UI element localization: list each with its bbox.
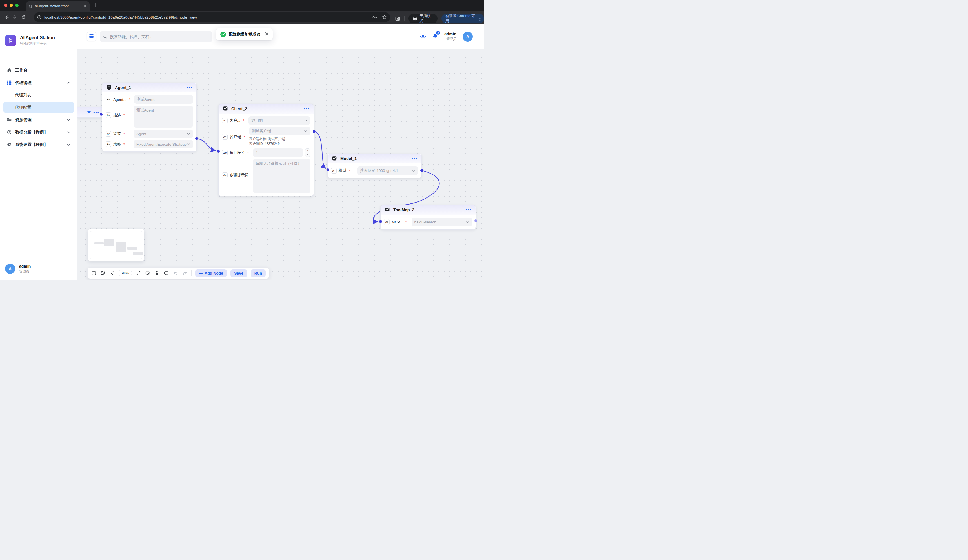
port-client-in[interactable] bbox=[217, 150, 220, 153]
zoom-level[interactable]: 94% bbox=[119, 270, 132, 276]
run-button[interactable]: Run bbox=[251, 269, 266, 277]
new-tab-button[interactable] bbox=[93, 3, 98, 8]
node-model-1[interactable]: Model_1 ••• A≡ 模型 * 搜索场景-1000-gpt-4.1 bbox=[327, 154, 422, 178]
sidebar-item-resource-management[interactable]: 资源管理 bbox=[3, 114, 74, 125]
agent-strategy-select[interactable]: Fixed Agent Execute Strategy bbox=[134, 140, 193, 149]
field-label: Agent... bbox=[113, 98, 126, 102]
url-bar[interactable]: localhost:3000/agent-config?configId=16a… bbox=[34, 12, 390, 22]
toolbar-divider bbox=[191, 270, 192, 276]
lock-icon[interactable] bbox=[154, 270, 160, 276]
sidebar-item-agent-list[interactable]: 代理列表 bbox=[3, 89, 74, 101]
user-role: 管理员 bbox=[19, 269, 31, 274]
global-search[interactable] bbox=[100, 31, 212, 42]
port-model-out[interactable] bbox=[420, 169, 423, 172]
node-menu-icon[interactable]: ••• bbox=[466, 209, 472, 211]
password-key-icon[interactable] bbox=[372, 15, 377, 20]
stepper-up-icon[interactable]: ▲ bbox=[305, 149, 310, 153]
minimap-node bbox=[116, 242, 126, 252]
sidebar-item-workbench[interactable]: 工作台 bbox=[3, 65, 74, 76]
client-order-input[interactable]: 1 bbox=[253, 149, 303, 157]
browser-tabstrip: ai-agent-station-front bbox=[0, 0, 484, 11]
node-menu-icon[interactable]: ••• bbox=[412, 157, 418, 160]
tab-search-icon[interactable] bbox=[395, 16, 400, 22]
url-text[interactable]: localhost:3000/agent-config?configId=16a… bbox=[44, 15, 369, 20]
node-client-2[interactable]: Client_2 ••• A≡ 客户... * 通用的 bbox=[218, 104, 314, 196]
client-select[interactable]: 测试客户端 bbox=[249, 127, 310, 135]
user-role: 管理员 bbox=[444, 36, 456, 41]
node-menu-icon[interactable]: ••• bbox=[304, 107, 310, 110]
user-name: admin bbox=[444, 31, 456, 36]
annotation-icon[interactable] bbox=[145, 270, 151, 276]
theme-sun-icon[interactable] bbox=[420, 33, 426, 40]
save-button[interactable]: Save bbox=[230, 269, 247, 277]
agent-description-textarea[interactable]: 测试Agent bbox=[134, 106, 193, 128]
expand-triangle-icon[interactable] bbox=[87, 111, 91, 114]
edge-agent-to-client bbox=[197, 139, 215, 151]
client-monitor-icon bbox=[222, 106, 229, 112]
chevron-down-icon bbox=[187, 132, 190, 136]
sidebar-toggle-button[interactable] bbox=[87, 31, 96, 41]
maximize-window-button[interactable] bbox=[15, 4, 18, 7]
node-title: Model_1 bbox=[340, 156, 409, 161]
number-stepper[interactable]: ▲ ▼ bbox=[305, 149, 310, 157]
port-model-in[interactable] bbox=[327, 169, 329, 171]
collapsed-node-partial[interactable]: ••• bbox=[78, 107, 104, 118]
toast-close-icon[interactable] bbox=[265, 32, 269, 36]
sidebar-item-agent-config[interactable]: 代理配置 bbox=[3, 102, 74, 113]
comment-icon[interactable] bbox=[163, 270, 169, 276]
browser-tab[interactable]: ai-agent-station-front bbox=[26, 2, 90, 11]
client-type-select[interactable]: 通用的 bbox=[249, 116, 310, 125]
app-subtitle: 智能代理管理平台 bbox=[20, 41, 55, 46]
chevron-down-icon bbox=[304, 119, 307, 122]
minimize-window-button[interactable] bbox=[10, 4, 13, 7]
close-window-button[interactable] bbox=[4, 4, 7, 7]
window-controls[interactable] bbox=[4, 4, 18, 7]
field-label: 渠道 bbox=[113, 131, 121, 136]
model-monitor-icon bbox=[331, 156, 338, 162]
port-toolmcp-in[interactable] bbox=[379, 220, 382, 223]
mcp-select[interactable]: baidu-search bbox=[412, 218, 472, 226]
fullscreen-icon[interactable] bbox=[136, 270, 141, 276]
sidebar-user[interactable]: A admin 管理员 bbox=[5, 263, 31, 274]
node-agent-1[interactable]: Agent_1 ••• A≡ Agent... * 测试Agent bbox=[102, 83, 197, 152]
chrome-update-pill[interactable]: 有新版 Chrome 可用 bbox=[441, 14, 484, 23]
sidebar-item-label: 代理配置 bbox=[15, 105, 70, 110]
client-prompt-textarea[interactable]: 请输入步骤提示词（可选） bbox=[253, 159, 310, 193]
back-button[interactable] bbox=[2, 13, 11, 22]
tab-close-icon[interactable] bbox=[84, 5, 87, 8]
add-node-button[interactable]: Add Node bbox=[195, 269, 227, 277]
header-user[interactable]: admin 管理员 bbox=[444, 31, 456, 41]
notifications-button[interactable]: 3 bbox=[432, 33, 438, 40]
site-info-icon[interactable] bbox=[37, 15, 41, 20]
node-menu-icon[interactable]: ••• bbox=[187, 86, 193, 89]
agent-channel-select[interactable]: Agent bbox=[134, 129, 193, 138]
sidebar-item-agent-management[interactable]: 代理管理 bbox=[3, 77, 74, 88]
bookmark-star-icon[interactable] bbox=[382, 15, 387, 20]
avatar[interactable]: A bbox=[462, 31, 473, 42]
text-field-icon: A≡ bbox=[384, 219, 390, 225]
fit-view-icon[interactable] bbox=[109, 270, 115, 276]
model-select[interactable]: 搜索场景-1000-gpt-4.1 bbox=[357, 166, 418, 175]
minimap[interactable] bbox=[88, 229, 144, 261]
minimap-toggle-icon[interactable] bbox=[91, 270, 97, 276]
node-menu-icon[interactable]: ••• bbox=[93, 111, 99, 114]
port-agent-out[interactable] bbox=[195, 137, 198, 140]
chevron-down-icon bbox=[67, 143, 70, 146]
port-partial-node-out[interactable] bbox=[100, 113, 103, 116]
agent-name-input[interactable]: 测试Agent bbox=[134, 95, 193, 104]
stepper-down-icon[interactable]: ▼ bbox=[305, 153, 310, 157]
globe-icon bbox=[29, 4, 33, 8]
auto-layout-icon[interactable] bbox=[100, 270, 106, 276]
reload-button[interactable] bbox=[19, 13, 28, 22]
redo-icon[interactable] bbox=[182, 270, 187, 276]
text-field-icon: A≡ bbox=[331, 168, 336, 174]
node-toolmcp-2[interactable]: ToolMcp_2 ••• A≡ MCP... * baidu-search bbox=[380, 205, 476, 230]
search-input[interactable] bbox=[110, 34, 209, 39]
port-toolmcp-out[interactable] bbox=[474, 219, 477, 222]
forward-button[interactable] bbox=[11, 13, 19, 22]
flow-canvas[interactable]: ••• Agent_1 ••• A≡ Agent... * bbox=[78, 49, 484, 280]
sidebar-item-data-analysis[interactable]: 数据分析【样例】 bbox=[3, 126, 74, 138]
sidebar-item-system-settings[interactable]: 系统设置【样例】 bbox=[3, 139, 74, 150]
undo-icon[interactable] bbox=[173, 270, 178, 276]
port-client-out[interactable] bbox=[313, 130, 315, 133]
